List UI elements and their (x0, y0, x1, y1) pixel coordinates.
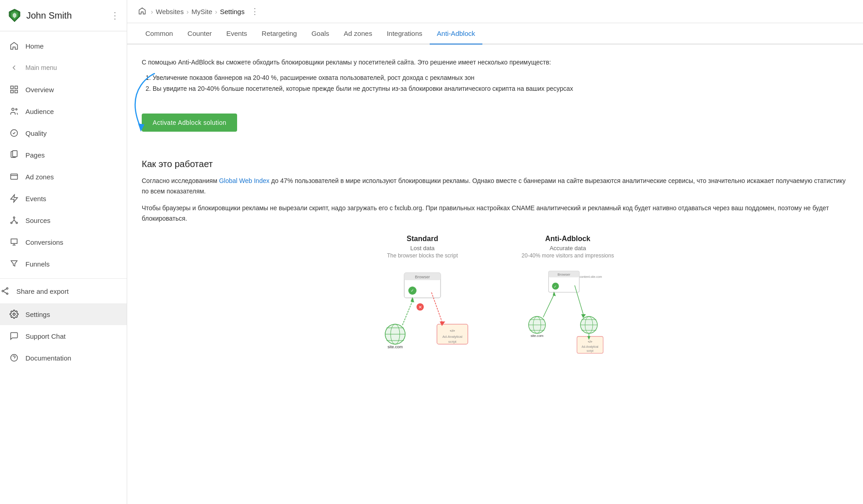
tab-retargeting[interactable]: Retargeting (254, 23, 304, 44)
sidebar-item-ad-zones[interactable]: Ad zones (0, 166, 127, 188)
breadcrumb-mysite[interactable]: MySite (191, 8, 212, 15)
breadcrumb-websites[interactable]: Websites (156, 8, 184, 15)
sidebar-item-share-export[interactable]: Share and export (0, 282, 127, 303)
sidebar-item-label-support-chat: Support Chat (25, 332, 65, 340)
sidebar-item-label-home: Home (25, 42, 44, 50)
sidebar-item-label-quality: Quality (25, 129, 47, 137)
sidebar-item-label-main-menu: Main menu (25, 64, 57, 71)
svg-rect-3 (11, 86, 14, 89)
sidebar-item-funnels[interactable]: Funnels (0, 253, 127, 275)
pages-icon (9, 150, 19, 160)
svg-text:✓: ✓ (554, 285, 557, 289)
help-icon (9, 353, 19, 363)
sidebar-item-label-events: Events (25, 195, 46, 203)
diagram-area: Standard Lost data The browser blocks th… (142, 235, 848, 357)
sidebar-more-icon[interactable]: ⋮ (110, 10, 119, 21)
svg-line-39 (402, 299, 413, 325)
svg-point-14 (13, 217, 15, 218)
chevron-left-icon (9, 63, 19, 73)
list-item-2: Вы увидите на 20-40% больше посетителей,… (153, 84, 848, 94)
svg-point-20 (13, 313, 15, 316)
svg-text:Browser: Browser (558, 273, 570, 277)
svg-rect-6 (15, 90, 18, 93)
svg-text:Ad-Analytical: Ad-Analytical (442, 335, 462, 339)
nav-divider (0, 278, 127, 279)
svg-point-17 (6, 288, 8, 289)
tab-integrations[interactable]: Integrations (379, 23, 429, 44)
sidebar-item-main-menu[interactable]: Main menu (0, 57, 127, 79)
home-icon (9, 41, 19, 51)
breadcrumb-settings: Settings (220, 8, 244, 15)
tab-events[interactable]: Events (219, 23, 254, 44)
global-web-index-link[interactable]: Global Web Index (219, 177, 269, 184)
svg-marker-13 (11, 195, 18, 203)
tab-counter[interactable]: Counter (180, 23, 219, 44)
how-para-2: Чтобы браузеры и блокировщики рекламы не… (142, 203, 848, 224)
sidebar-item-quality[interactable]: Quality (0, 122, 127, 144)
tabs-bar: Common Counter Events Retargeting Goals … (127, 23, 863, 44)
sidebar-item-overview[interactable]: Overview (0, 79, 127, 100)
sidebar-item-label-share-export: Share and export (16, 287, 69, 295)
tab-goals[interactable]: Goals (304, 23, 337, 44)
content-area: С помощью Anti-AdBlock вы сможете обходи… (127, 44, 863, 504)
antiadblock-desc: 20-40% more visitors and impressions (521, 252, 614, 259)
audience-icon (9, 106, 19, 116)
sidebar-item-home[interactable]: Home (0, 35, 127, 57)
breadcrumb-sep-3: › (215, 8, 217, 15)
ad-zones-icon (9, 172, 19, 182)
how-para-1: Согласно исследованиям Global Web Index … (142, 176, 848, 197)
svg-text:✕: ✕ (418, 305, 422, 310)
svg-text:✓: ✓ (411, 288, 414, 293)
sidebar-item-label-funnels: Funnels (25, 260, 50, 268)
svg-text:site.com: site.com (387, 345, 403, 349)
sidebar-item-audience[interactable]: Audience (0, 100, 127, 122)
standard-subtitle: Lost data (410, 245, 435, 252)
sidebar-item-label-sources: Sources (25, 217, 50, 224)
svg-text:Ad-Analytical: Ad-Analytical (582, 345, 599, 349)
svg-text:</>: </> (450, 329, 455, 333)
overview-icon (9, 84, 19, 94)
sidebar-item-support-chat[interactable]: Support Chat (0, 325, 127, 347)
share-icon (0, 286, 10, 296)
intro-text: С помощью Anti-AdBlock вы сможете обходи… (142, 57, 848, 67)
sidebar-item-label-audience: Audience (25, 108, 54, 115)
svg-line-66 (543, 293, 555, 317)
tab-ad-zones[interactable]: Ad zones (337, 23, 380, 44)
sidebar-item-conversions[interactable]: Conversions (0, 231, 127, 253)
tab-common[interactable]: Common (138, 23, 180, 44)
sidebar-header: John Smith ⋮ (0, 0, 127, 31)
svg-rect-11 (13, 151, 17, 157)
sidebar-item-label-settings: Settings (25, 311, 50, 318)
breadcrumb-sep-1: › (151, 8, 153, 15)
sidebar-item-pages[interactable]: Pages (0, 144, 127, 166)
svg-point-21 (11, 355, 18, 361)
sidebar-item-label-conversions: Conversions (25, 238, 63, 246)
sidebar-user-name: John Smith (26, 10, 72, 21)
sidebar-item-events[interactable]: Events (0, 188, 127, 209)
sidebar-item-label-ad-zones: Ad zones (25, 173, 54, 181)
antiadblock-title: Anti-Adblock (545, 235, 590, 243)
antiadblock-subtitle: Accurate data (550, 245, 586, 252)
logo-area: John Smith (7, 8, 72, 23)
main-content: › Websites › MySite › Settings ⋮ Common … (127, 0, 863, 504)
sidebar-item-documentation[interactable]: Documentation (0, 347, 127, 369)
sidebar: John Smith ⋮ Home Main menu Overview (0, 0, 127, 504)
svg-rect-4 (15, 86, 18, 89)
how-para-1-pre: Согласно исследованиям (142, 177, 219, 184)
sidebar-item-settings[interactable]: Settings (0, 303, 127, 325)
antiadblock-diagram: Anti-Adblock Accurate data 20-40% more v… (513, 235, 622, 357)
funnels-icon (9, 259, 19, 269)
settings-icon (9, 309, 19, 319)
home-breadcrumb-icon[interactable] (138, 7, 146, 16)
svg-text:script: script (448, 340, 457, 344)
standard-diagram: Standard Lost data The browser blocks th… (368, 235, 477, 357)
breadcrumb-more-icon[interactable]: ⋮ (251, 6, 259, 16)
events-icon (9, 193, 19, 203)
sidebar-item-label-pages: Pages (25, 151, 45, 159)
sidebar-item-label-documentation: Documentation (25, 354, 71, 362)
sidebar-item-sources[interactable]: Sources (0, 209, 127, 231)
tab-anti-adblock[interactable]: Anti-Adblock (430, 23, 482, 44)
svg-text:Browser: Browser (415, 275, 430, 279)
activate-adblock-button[interactable]: Activate Adblock solution (142, 114, 237, 132)
intro-list: Увеличение показов баннеров на 20-40 %, … (153, 73, 848, 94)
